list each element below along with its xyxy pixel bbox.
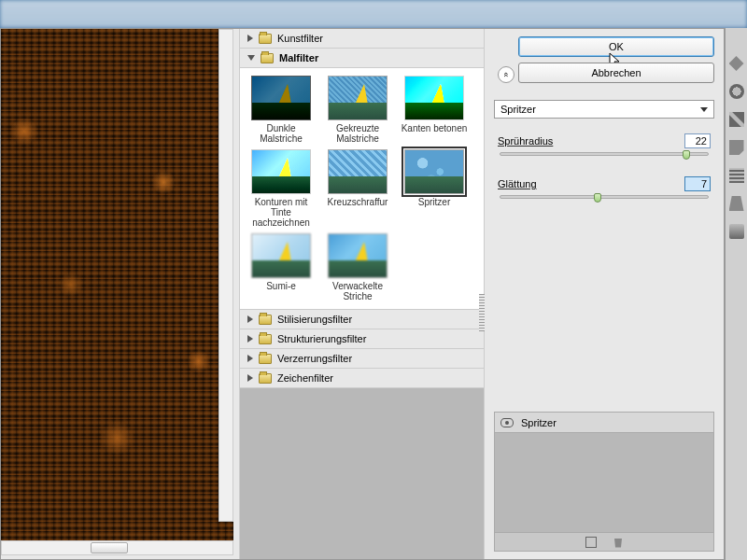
filter-dropdown[interactable]: Spritzer [494, 100, 714, 119]
preview-texture [1, 29, 233, 540]
layer-row-spritzer[interactable]: Spritzer [495, 413, 713, 433]
new-layer-icon[interactable] [585, 537, 597, 548]
category-label: Strukturierungsfilter [277, 333, 366, 344]
expand-icon [247, 315, 253, 323]
category-label: Zeichenfilter [277, 372, 333, 384]
category-strukturierung[interactable]: Strukturierungsfilter [240, 329, 484, 349]
layers-footer [495, 532, 713, 551]
param-spruehradius: Sprühradius [494, 133, 714, 160]
thumb-sumi-e[interactable]: Sumi-e [244, 231, 318, 303]
thumb-kreuzschraffur[interactable]: Kreuzschraffur [320, 147, 395, 230]
folder-icon [259, 354, 272, 364]
preview-image[interactable] [1, 29, 233, 540]
expand-icon [247, 335, 253, 343]
thumb-spritzer[interactable]: Spritzer [397, 147, 472, 230]
expand-icon [247, 35, 253, 42]
expand-icon [247, 355, 253, 362]
category-filler [240, 388, 484, 559]
category-stilisierung[interactable]: Stilisierungsfilter [240, 310, 484, 329]
category-label: Kunstfilter [277, 33, 323, 44]
tool-icon-3[interactable] [729, 112, 744, 127]
category-malfilter[interactable]: Malfilter [240, 49, 484, 68]
settings-pane: OK Abbrechen Spritzer Sprühradius [485, 29, 724, 559]
slider-radius[interactable] [500, 152, 709, 156]
dropdown-selected: Spritzer [500, 104, 536, 115]
tool-icon-1[interactable] [729, 56, 744, 71]
category-label: Malfilter [279, 52, 318, 63]
param-label-smooth: Glättung [498, 178, 537, 189]
thumb-verwackelte-striche[interactable]: Verwackelte Striche [320, 231, 395, 303]
layer-label: Spritzer [521, 417, 557, 428]
tool-icon-6[interactable] [729, 196, 744, 211]
filter-gallery-dialog: Kunstfilter Malfilter Dunkle Malstriche … [0, 28, 725, 560]
thumb-dunkle-malstriche[interactable]: Dunkle Malstriche [244, 74, 318, 146]
malfilter-thumbnails: Dunkle Malstriche Gekreuzte Malstriche K… [240, 68, 484, 310]
tool-icon-4[interactable] [729, 140, 744, 155]
category-verzerrung[interactable]: Verzerrungsfilter [240, 349, 484, 369]
tool-icon-7[interactable] [729, 224, 744, 239]
preview-hscroll-thumb[interactable] [91, 542, 128, 553]
thumb-kanten-betonen[interactable]: Kanten betonen [397, 74, 472, 146]
param-value-smooth[interactable] [684, 176, 711, 191]
visibility-eye-icon[interactable] [500, 418, 514, 427]
folder-icon [259, 373, 272, 384]
folder-icon [259, 315, 272, 325]
folder-icon [259, 34, 272, 44]
cancel-button[interactable]: Abbrechen [518, 63, 714, 83]
filter-category-pane: Kunstfilter Malfilter Dunkle Malstriche … [240, 29, 485, 559]
preview-pane [1, 29, 240, 559]
category-kunstfilter[interactable]: Kunstfilter [240, 29, 484, 49]
effect-layers-panel: Spritzer [494, 412, 714, 552]
trash-icon[interactable] [613, 537, 623, 548]
layers-empty [495, 433, 713, 532]
preview-vscrollbar[interactable] [218, 29, 233, 522]
slider-thumb-radius[interactable] [683, 150, 690, 160]
slider-smooth[interactable] [500, 195, 709, 199]
collapse-icon [247, 55, 255, 61]
folder-icon [259, 334, 272, 344]
tool-icon-2[interactable] [729, 84, 744, 99]
param-value-radius[interactable] [684, 133, 711, 148]
slider-thumb-smooth[interactable] [594, 193, 601, 203]
ok-label: OK [609, 41, 624, 52]
ok-button[interactable]: OK [518, 36, 714, 57]
app-titlebar-blurred [0, 0, 747, 28]
folder-icon [261, 53, 274, 63]
thumb-gekreuzte-malstriche[interactable]: Gekreuzte Malstriche [320, 74, 395, 146]
category-zeichen[interactable]: Zeichenfilter [240, 369, 484, 388]
expand-icon [247, 374, 253, 382]
app-right-toolbar [725, 28, 747, 560]
category-label: Verzerrungsfilter [277, 353, 352, 364]
category-label: Stilisierungsfilter [277, 314, 352, 325]
param-label-radius: Sprühradius [498, 135, 553, 147]
thumb-konturen-tinte[interactable]: Konturen mit Tinte nachzeichnen [244, 147, 318, 230]
param-glaettung: Glättung [494, 176, 714, 203]
preview-hscrollbar[interactable] [1, 540, 233, 555]
cancel-label: Abbrechen [591, 67, 641, 78]
collapse-settings-button[interactable] [498, 66, 514, 83]
pane-resize-grip[interactable] [479, 294, 485, 331]
tool-icon-5[interactable] [729, 168, 744, 183]
